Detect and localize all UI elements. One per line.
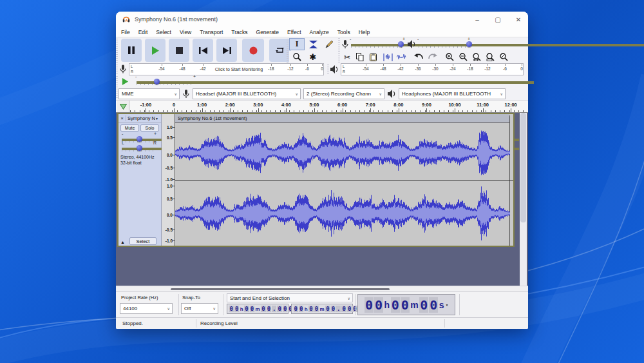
play-speed-thumb[interactable] xyxy=(154,79,160,84)
title-bar[interactable]: Symphony No.6 (1st movement) – ▢ ✕ xyxy=(116,12,528,27)
selection-end-field[interactable]: 00h00m00.000s▼ xyxy=(291,304,353,314)
menu-edit[interactable]: Edit xyxy=(138,29,148,35)
zoom-in-button[interactable] xyxy=(443,51,457,63)
skip-to-end-button[interactable] xyxy=(216,39,237,62)
timeline-ruler[interactable]: -1:0001:002:003:004:005:006:007:008:009:… xyxy=(116,100,528,113)
track-area[interactable]: × Symphony N▼ Mute Solo - + L R xyxy=(116,113,528,286)
gain-slider[interactable]: - + xyxy=(122,135,156,143)
collapse-track-button[interactable]: ▲ xyxy=(120,240,125,244)
stop-button[interactable] xyxy=(169,39,189,62)
project-rate-select[interactable]: 44100∨ xyxy=(120,303,173,314)
mute-button[interactable]: Mute xyxy=(120,124,139,132)
play-speed-slider[interactable]: - + xyxy=(137,78,194,86)
menu-file[interactable]: File xyxy=(121,29,130,35)
playback-volume-slider[interactable]: -+ xyxy=(419,41,469,48)
pan-slider[interactable]: L R xyxy=(122,144,156,152)
trim-outside-selection-button[interactable] xyxy=(381,51,395,63)
time-digit: 0 xyxy=(347,306,352,312)
menu-tools[interactable]: Tools xyxy=(337,29,350,35)
click-to-start-monitoring[interactable]: Click to Start Monitoring xyxy=(215,67,263,72)
vertical-ruler: 1.00.50.0-0.5-1.01.00.50.0-0.5-1.0 xyxy=(162,114,175,246)
audio-position-display[interactable]: 00h00m00s▼ xyxy=(357,294,455,315)
menu-analyze[interactable]: Analyze xyxy=(310,29,329,35)
playback-volume-thumb[interactable] xyxy=(466,41,472,47)
menu-transport[interactable]: Transport xyxy=(200,29,223,35)
play-button[interactable] xyxy=(145,39,166,62)
menu-generate[interactable]: Generate xyxy=(256,29,279,35)
audio-host-select[interactable]: MME∨ xyxy=(118,88,180,99)
menu-tracks[interactable]: Tracks xyxy=(231,29,247,35)
playback-device-value: Headphones (MAJOR III BLUETOOTH xyxy=(402,91,491,97)
recording-channels-value: 2 (Stereo) Recording Chann xyxy=(307,91,371,97)
record-button[interactable] xyxy=(242,39,264,62)
waveform-right-channel[interactable] xyxy=(175,181,510,246)
selection-tool-button[interactable]: I xyxy=(289,38,305,50)
redo-button[interactable] xyxy=(426,51,439,63)
fit-project-button[interactable] xyxy=(484,51,497,63)
horizontal-scrollbar[interactable] xyxy=(116,286,528,291)
recording-volume-slider[interactable]: -+ xyxy=(351,41,404,48)
close-button[interactable]: ✕ xyxy=(514,16,523,23)
undo-button[interactable] xyxy=(412,51,425,63)
recording-device-select[interactable]: Headset (MAJOR III BLUETOOTH)∨ xyxy=(193,88,301,99)
menu-help[interactable]: Help xyxy=(359,29,370,35)
zoom-toggle-button[interactable] xyxy=(497,51,511,63)
menu-effect[interactable]: Effect xyxy=(287,29,301,35)
track-close-button[interactable]: × xyxy=(118,115,126,121)
clip-title-bar[interactable]: Symphony No.6 (1st movement) xyxy=(175,114,509,123)
selection-mode-select[interactable]: Start and End of Selection∨ xyxy=(227,293,353,302)
maximize-button[interactable]: ▢ xyxy=(493,16,502,23)
vertical-scrollbar[interactable] xyxy=(520,113,527,286)
time-format-arrow-icon[interactable]: ▼ xyxy=(446,303,449,307)
skip-to-start-button[interactable] xyxy=(193,39,213,62)
gain-thumb[interactable] xyxy=(137,136,142,142)
waveform-left-channel[interactable] xyxy=(175,123,510,181)
multi-tool-icon: ✱ xyxy=(310,54,317,61)
vruler-label: 0.0 xyxy=(167,153,173,157)
recording-meter[interactable]: LR -54-48-42-18-12-60Click to Start Moni… xyxy=(129,63,324,75)
recording-channels-select[interactable]: 2 (Stereo) Recording Chann∨ xyxy=(303,88,384,99)
skip-to-end-icon xyxy=(223,47,231,54)
multi-tool-button[interactable]: ✱ xyxy=(305,51,321,63)
select-track-button[interactable]: Select xyxy=(129,237,156,245)
horizontal-scrollbar-thumb[interactable] xyxy=(171,288,390,290)
envelope-tool-button[interactable] xyxy=(305,38,321,50)
track-name-menu[interactable]: Symphony N▼ xyxy=(126,115,161,121)
fit-selection-button[interactable] xyxy=(470,51,484,63)
draw-tool-button[interactable] xyxy=(321,38,337,50)
paste-button[interactable] xyxy=(366,51,379,63)
fit-project-icon xyxy=(486,53,495,61)
solo-button[interactable]: Solo xyxy=(140,124,159,132)
copy-button[interactable] xyxy=(354,51,366,63)
snap-to-value: Off xyxy=(184,306,191,311)
rec-meter-R: R xyxy=(131,69,133,74)
meter-tick-label: -6 xyxy=(503,66,507,71)
recording-meter-mic-icon[interactable] xyxy=(120,64,126,74)
pan-thumb[interactable] xyxy=(137,145,142,151)
meter-tick-label: -48 xyxy=(380,66,386,71)
silence-selection-button[interactable] xyxy=(395,51,408,63)
vertical-scrollbar-thumb[interactable] xyxy=(520,113,526,222)
menu-select[interactable]: Select xyxy=(156,29,171,35)
project-rate-label: Project Rate (Hz) xyxy=(121,295,158,300)
vruler-label: 0.5 xyxy=(167,135,173,140)
waveform-region[interactable]: Symphony No.6 (1st movement) xyxy=(175,114,513,246)
selection-start-field[interactable]: 00h00m00.000s▼ xyxy=(227,304,289,314)
silence-audio-icon xyxy=(397,54,406,61)
track-control-panel[interactable]: × Symphony N▼ Mute Solo - + L R xyxy=(118,114,162,246)
play-at-speed-icon xyxy=(122,78,129,85)
zoom-tool-button[interactable] xyxy=(289,51,305,63)
pause-button[interactable] xyxy=(121,39,142,62)
zoom-out-button[interactable] xyxy=(457,51,470,63)
play-at-speed-button[interactable] xyxy=(118,76,131,87)
playback-meter[interactable]: LR -54-48-42-36-30-24-18-12-60 xyxy=(341,63,524,75)
minimize-button[interactable]: – xyxy=(473,16,482,23)
snap-to-select[interactable]: Off∨ xyxy=(181,303,218,314)
menu-view[interactable]: View xyxy=(180,29,191,35)
audio-track[interactable]: × Symphony N▼ Mute Solo - + L R xyxy=(117,113,515,247)
cut-button[interactable]: ✂ xyxy=(341,51,354,63)
meter-tick-label: -42 xyxy=(200,66,205,71)
playback-meter-speaker-icon[interactable] xyxy=(330,65,339,74)
playback-device-select[interactable]: Headphones (MAJOR III BLUETOOTH∨ xyxy=(399,88,506,99)
cut-scissors-icon: ✂ xyxy=(344,53,350,62)
